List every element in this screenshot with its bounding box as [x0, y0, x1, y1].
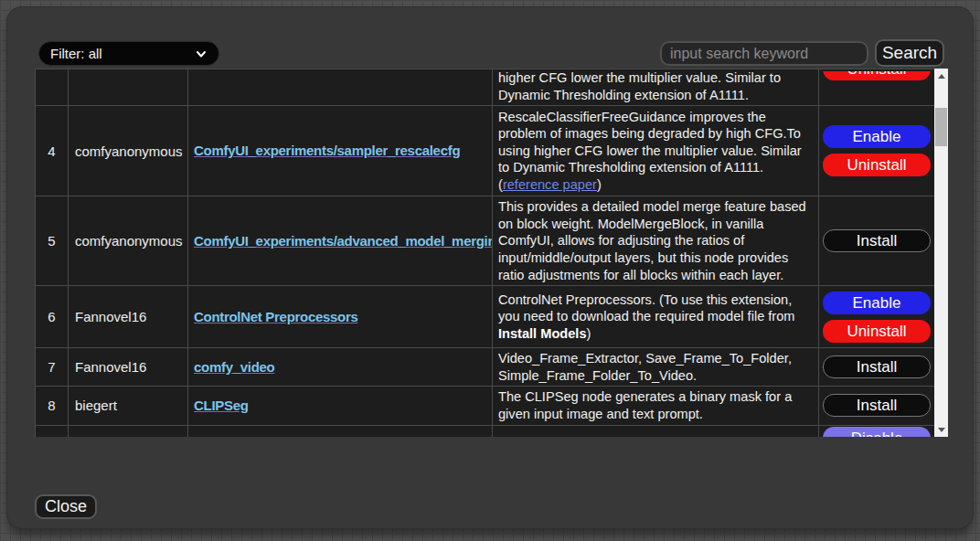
table-row: 9 BlenderNeko ComfyUI Cutoff These custo… — [36, 425, 935, 437]
description-text: Video_Frame_Extractor, Save_Frame_To_Fol… — [498, 351, 792, 383]
description-text: The CLIPSeg node generates a binary mask… — [498, 389, 792, 421]
row-id: 7 — [48, 359, 55, 375]
scrollbar-thumb[interactable] — [935, 108, 947, 146]
row-actions-cell: Uninstall — [819, 69, 935, 106]
row-description: This provides a detailed model merge fea… — [493, 196, 818, 285]
description-text: higher CFG lower the multiplier value. S… — [498, 70, 781, 102]
search-button[interactable]: Search — [875, 39, 944, 67]
scrollbar-track[interactable] — [934, 83, 948, 422]
row-actions-cell: Install — [819, 196, 935, 286]
row-name-cell: comfy_video — [188, 348, 493, 387]
row-name-cell: ControlNet Preprocessors — [188, 286, 493, 348]
description-text: This provides a detailed model merge fea… — [498, 199, 806, 281]
row-description-cell: These custom nodes provides features tha… — [493, 425, 819, 437]
row-id-cell: 9 — [36, 425, 69, 437]
row-actions-cell: Disable — [819, 425, 935, 437]
reference-paper-link[interactable]: reference paper — [503, 177, 597, 192]
row-description-cell: Video_Frame_Extractor, Save_Frame_To_Fol… — [493, 348, 819, 387]
row-description: ControlNet Preprocessors. (To use this e… — [493, 290, 818, 345]
extension-name-link[interactable]: ComfyUI_experiments/sampler_rescalecfg — [194, 143, 460, 158]
row-description: higher CFG lower the multiplier value. S… — [493, 69, 818, 105]
table-row: 4 comfyanonymous ComfyUI_experiments/sam… — [36, 106, 935, 196]
extension-name-link[interactable]: ComfyUI_experiments/advanced_model_mergi… — [194, 233, 493, 249]
disable-button[interactable]: Disable — [823, 427, 931, 437]
scroll-down-icon — [938, 428, 945, 432]
row-name-cell: ComfyUI_experiments/advanced_model_mergi… — [188, 196, 493, 286]
row-author-cell: BlenderNeko — [69, 425, 188, 437]
row-id: 5 — [48, 233, 55, 249]
row-description: RescaleClassifierFreeGuidance improves t… — [493, 107, 818, 196]
table-row: 6 Fannovel16 ControlNet Preprocessors Co… — [36, 286, 935, 348]
table-row: 8 biegert CLIPSeg The CLIPSeg node gener… — [36, 387, 935, 425]
row-actions-cell: Install — [819, 348, 935, 387]
row-id-cell: 8 — [36, 387, 69, 425]
enable-button[interactable]: Enable — [823, 292, 931, 314]
scroll-down-button[interactable] — [934, 422, 948, 437]
chevron-down-icon — [195, 48, 208, 60]
row-id-cell: 6 — [36, 286, 69, 348]
table-row: 5 comfyanonymous ComfyUI_experiments/adv… — [36, 196, 935, 286]
install-button[interactable]: Install — [823, 394, 931, 417]
custom-nodes-manager-dialog: Filter: all Search higher CFG lower the … — [7, 7, 973, 528]
row-id-cell: 4 — [36, 106, 69, 196]
row-id: 6 — [48, 309, 55, 324]
row-name-cell: ComfyUI_experiments/sampler_rescalecfg — [188, 106, 493, 196]
filter-dropdown[interactable]: Filter: all — [38, 41, 219, 66]
extension-name-link[interactable]: comfy_video — [194, 359, 274, 375]
row-description-cell: The CLIPSeg node generates a binary mask… — [493, 387, 819, 425]
row-description-cell: This provides a detailed model merge fea… — [493, 196, 819, 286]
row-id-cell: 7 — [36, 348, 69, 387]
extension-name-link[interactable]: CLIPSeg — [194, 398, 249, 413]
uninstall-button[interactable]: Uninstall — [823, 320, 931, 343]
enable-button[interactable]: Enable — [823, 125, 931, 148]
description-bold-text: Install Models — [498, 326, 587, 341]
row-author-cell: biegert — [69, 387, 188, 425]
extensions-table: higher CFG lower the multiplier value. S… — [35, 69, 934, 437]
scroll-up-icon — [938, 74, 945, 79]
row-description: Video_Frame_Extractor, Save_Frame_To_Fol… — [493, 348, 818, 386]
scroll-up-button[interactable] — [934, 69, 948, 83]
row-description-cell: RescaleClassifierFreeGuidance improves t… — [493, 106, 819, 196]
close-button[interactable]: Close — [35, 494, 97, 519]
row-name-cell — [188, 69, 493, 106]
row-description-cell: ControlNet Preprocessors. (To use this e… — [493, 286, 819, 348]
row-author: Fannovel16 — [75, 359, 146, 375]
row-actions-cell: EnableUninstall — [819, 106, 935, 196]
table-row: higher CFG lower the multiplier value. S… — [36, 69, 935, 106]
description-text: ) — [587, 326, 591, 341]
row-author-cell — [69, 69, 188, 106]
uninstall-button[interactable]: Uninstall — [823, 71, 931, 80]
table-scrollbar[interactable] — [934, 69, 948, 437]
row-name-cell: CLIPSeg — [188, 387, 493, 425]
row-actions-cell: Install — [819, 387, 935, 425]
row-author-cell: comfyanonymous — [69, 196, 188, 286]
install-button[interactable]: Install — [823, 355, 931, 378]
row-description: The CLIPSeg node generates a binary mask… — [493, 387, 818, 424]
row-name-cell: ComfyUI Cutoff — [188, 425, 493, 437]
row-author: comfyanonymous — [75, 233, 183, 249]
filter-selected-value: Filter: all — [50, 46, 195, 61]
uninstall-button[interactable]: Uninstall — [823, 154, 931, 176]
table-row: 7 Fannovel16 comfy_video Video_Frame_Ext… — [36, 348, 935, 387]
row-description: These custom nodes provides features tha… — [493, 426, 818, 437]
row-id-cell — [36, 69, 69, 106]
description-text: ControlNet Preprocessors. (To use this e… — [498, 292, 795, 324]
extension-name-link[interactable]: ControlNet Preprocessors — [194, 309, 358, 324]
row-author-cell: Fannovel16 — [69, 286, 188, 348]
install-button[interactable]: Install — [823, 229, 931, 252]
row-author-cell: Fannovel16 — [69, 348, 188, 387]
description-text: ) — [597, 177, 602, 192]
row-author: Fannovel16 — [75, 309, 146, 324]
row-author: biegert — [75, 398, 117, 413]
row-description-cell: higher CFG lower the multiplier value. S… — [493, 69, 819, 106]
row-actions-cell: EnableUninstall — [819, 286, 935, 348]
row-author: comfyanonymous — [75, 143, 183, 159]
row-id: 8 — [48, 398, 55, 413]
row-id-cell: 5 — [36, 196, 69, 286]
row-author-cell: comfyanonymous — [69, 106, 188, 196]
row-id: 4 — [48, 143, 55, 159]
search-input[interactable] — [660, 41, 868, 66]
